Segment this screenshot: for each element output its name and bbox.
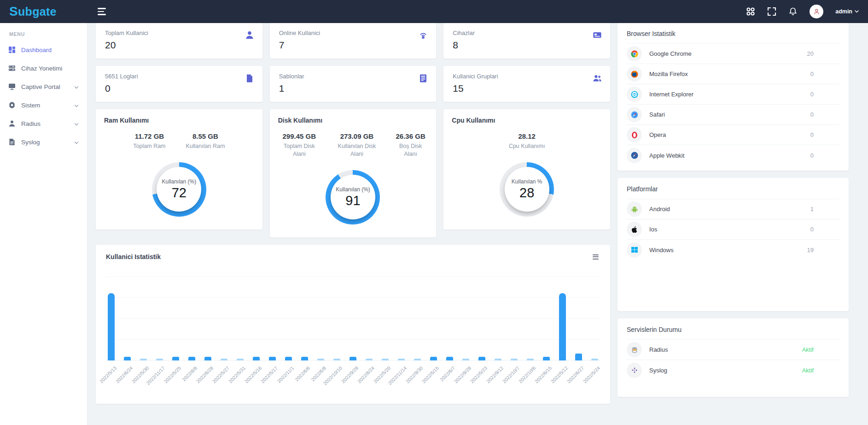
x-axis-label: 2022/8/24 — [366, 363, 373, 390]
x-axis-label-text: 2022/6/15 — [534, 365, 553, 384]
bar — [495, 359, 501, 360]
usage-stat: 26.36 GBBoş Disk Alanı — [393, 132, 428, 158]
top-navbar: Subgate admin — [0, 0, 868, 23]
x-axis-label-text: 2022/10/6 — [518, 365, 537, 384]
list-item-label: Opera — [649, 131, 666, 138]
x-axis-label: 2022/5/12 — [559, 363, 566, 390]
list-item-label: Safari — [649, 111, 665, 118]
x-axis-label: 2022/6/7 — [446, 363, 453, 390]
bar — [237, 359, 244, 360]
sidebar-item-radius[interactable]: Radius — [0, 114, 87, 133]
firefox-icon — [627, 66, 642, 82]
list-item: RadiusAktif — [627, 340, 839, 360]
x-axis-label: 2022/6/28 — [204, 363, 211, 390]
list-item-value: 0 — [810, 152, 839, 159]
panel-platformlar: PlatformlarAndroid1Ios0Windows19 — [618, 178, 849, 311]
right-panel-column: Browser IstatistikGoogle Chrome20Mozilla… — [618, 23, 849, 397]
bar — [317, 359, 324, 360]
bar — [430, 357, 437, 360]
sidebar-item-cihaz-yonetimi[interactable]: Cihaz Yonetimi — [0, 59, 87, 77]
sidebar-item-syslog[interactable]: Syslog — [0, 133, 87, 151]
chevron-down-icon — [855, 10, 859, 13]
fullscreen-icon[interactable] — [767, 7, 776, 16]
usage-card-grid: Ram Kullanımı11.72 GBToplam Ram8.55 GBKu… — [96, 109, 610, 237]
list-item-label: Apple Webkit — [649, 152, 684, 159]
stat-card-value: 7 — [279, 40, 427, 51]
usage-card-title: Disk Kullanımı — [278, 117, 428, 124]
bar — [543, 357, 550, 360]
monitor-icon — [8, 83, 16, 90]
x-axis-label: 2022/11/1 — [285, 363, 292, 390]
x-axis-label: 2022/5/23 — [478, 363, 485, 390]
notifications-bell-icon[interactable] — [788, 7, 798, 16]
x-axis-label-text: 2022/6/28 — [195, 365, 215, 384]
x-axis-label: 2022/6/6 — [301, 363, 308, 390]
gauge-value: 72 — [172, 185, 186, 201]
sidebar-nav: DashboardCihaz YonetimiCaptive PortalSis… — [0, 41, 87, 151]
x-axis-label-text: 2022/5/12 — [550, 365, 569, 384]
sidebar-item-label: Captive Portal — [21, 83, 60, 90]
stat-card-value: 0 — [105, 83, 253, 94]
bar — [124, 357, 131, 360]
stat-card-value: 20 — [105, 40, 253, 51]
list-item-label: Syslog — [649, 367, 667, 374]
hamburger-menu-icon[interactable] — [98, 8, 106, 15]
panel-browser-istatistik: Browser IstatistikGoogle Chrome20Mozilla… — [618, 23, 849, 171]
bar — [527, 359, 534, 360]
status-badge: Aktif — [802, 346, 839, 353]
gauge-label: Kullanılan (%) — [162, 178, 196, 185]
sidebar: MENU DashboardCihaz YonetimiCaptive Port… — [0, 23, 87, 425]
usage-gauge-center: Kullanılan %28 — [505, 167, 549, 212]
list-item-label: Google Chrome — [649, 50, 692, 57]
bar — [575, 354, 582, 360]
stat-card-label: Online Kullanici — [279, 30, 427, 36]
usage-gauge-ring: Kullanılan (%)91 — [326, 170, 380, 224]
stat-card: 5651 Loglari0 — [96, 66, 262, 102]
chart-menu-icon[interactable] — [591, 253, 600, 261]
x-axis-label-text: 2022/6/24 — [115, 365, 134, 384]
x-axis-label: 2022/11/14 — [398, 363, 405, 390]
bar — [511, 359, 518, 360]
usage-gauge-ring: Kullanılan %28 — [500, 162, 554, 217]
x-axis-label: 2022/5/13 — [108, 363, 115, 390]
stat-card: Online Kullanici7 — [270, 23, 437, 59]
list-item-label: Mozilla Firefox — [649, 71, 688, 77]
windows-icon — [627, 242, 642, 258]
document-icon — [8, 138, 16, 146]
gauge-value: 91 — [345, 193, 360, 208]
list-item: Google Chrome20 — [627, 44, 839, 64]
user-menu[interactable]: admin — [835, 8, 859, 15]
sidebar-item-captive-portal[interactable]: Captive Portal — [0, 77, 87, 96]
bar — [398, 359, 405, 360]
x-axis-label: 2022/6/15 — [543, 363, 550, 390]
apps-grid-icon[interactable] — [746, 7, 755, 16]
subgate-logo[interactable]: Subgate — [0, 4, 87, 19]
list-item-value: 20 — [807, 50, 839, 57]
x-axis-label-text: 2022/5/24 — [582, 365, 601, 384]
avatar[interactable] — [810, 5, 823, 18]
bar — [591, 359, 598, 360]
syslog-service-icon — [627, 363, 642, 378]
sidebar-item-dashboard[interactable]: Dashboard — [0, 41, 87, 59]
x-axis-label-text: 2022/9/12 — [485, 365, 505, 384]
bar — [188, 357, 195, 360]
x-axis-label: 2022/6/27 — [575, 363, 582, 390]
x-axis-label: 2022/10/6 — [527, 363, 534, 390]
x-axis-label-text: 2022/8/24 — [356, 365, 376, 384]
gear-icon — [8, 101, 16, 109]
sidebar-item-sistem[interactable]: Sistem — [0, 96, 87, 114]
x-axis-label-text: 2022/10/7 — [501, 365, 521, 384]
bar-chart — [106, 277, 600, 360]
usage-stat-value: 273.09 GB — [332, 132, 381, 140]
stat-card-label: Cihazlar — [453, 30, 601, 36]
user-icon — [245, 30, 254, 41]
list-item: Safari0 — [627, 105, 839, 125]
x-axis-label-text: 2022/5/31 — [227, 365, 247, 384]
usage-stat-value: 26.36 GB — [393, 132, 428, 140]
bar — [462, 359, 469, 360]
bar — [253, 357, 260, 360]
gauge-wrap: Kullanılan (%)72 — [152, 162, 206, 217]
usage-stat: 273.09 GBKullanılan Disk Alani — [332, 132, 381, 158]
list-item-label: Ios — [649, 226, 657, 233]
x-axis-label-text: 2022/6/27 — [566, 365, 585, 384]
